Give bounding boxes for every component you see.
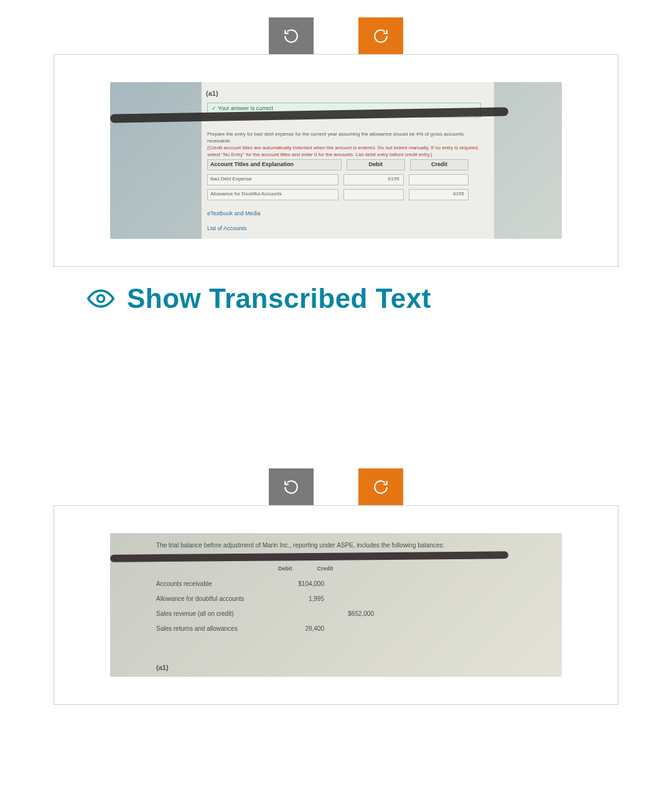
rotate-right-icon (373, 28, 389, 44)
th-credit: Credit (410, 159, 469, 170)
table-row: Allowance for doubtful accounts1,995 (156, 595, 374, 602)
image-frame-2: The trial balance before adjustment of M… (54, 505, 618, 705)
cell-account: Allowance for Doubtful Accounts (207, 189, 338, 200)
cell-credit (324, 580, 374, 587)
rotate-left-button[interactable] (269, 17, 314, 54)
image-toolbar-2 (0, 468, 672, 505)
instr-text: Prepare the entry for bad debt expense f… (207, 131, 464, 144)
cell-debit: 28,400 (281, 625, 324, 632)
rotate-right-icon (373, 479, 389, 495)
cell-debit: $104,000 (281, 580, 324, 587)
uploaded-image-2[interactable]: The trial balance before adjustment of M… (110, 533, 562, 677)
instr-red: (Credit account titles are automatically… (207, 145, 479, 157)
table-row: Sales revenue (all on credit)$652,000 (156, 610, 374, 617)
uploaded-image-1[interactable]: (a1) ✓ Your answer is correct Prepare th… (110, 82, 562, 239)
cell-credit: $652,000 (324, 610, 374, 617)
table-header: Account Titles and Explanation Debit Cre… (207, 159, 469, 170)
hdr-debit: Debit (278, 565, 292, 572)
highlighter-mark (110, 551, 508, 562)
hdr-credit: Credit (317, 565, 334, 572)
etextbook-link: eTextbook and Media (207, 210, 261, 216)
table-row: Bad Debt Expense 6155 (207, 174, 469, 185)
th-account: Account Titles and Explanation (207, 159, 342, 170)
cell-credit (324, 595, 374, 602)
cell-debit (343, 189, 403, 200)
show-transcribed-label: Show Transcribed Text (127, 283, 431, 314)
eye-icon (87, 285, 114, 312)
table-row: Accounts receivable$104,000 (156, 580, 374, 587)
image-frame-1: (a1) ✓ Your answer is correct Prepare th… (54, 54, 618, 267)
rotate-left-icon (283, 479, 299, 495)
table-row: Allowance for Doubtful Accounts 6155 (207, 189, 469, 200)
cell-debit: 1,995 (281, 595, 324, 602)
svg-point-0 (98, 295, 105, 302)
th-debit: Debit (347, 159, 405, 170)
cell-label: Accounts receivable (156, 580, 281, 587)
image-toolbar-1 (0, 17, 672, 54)
cell-credit: 6155 (409, 189, 469, 200)
cell-label: Allowance for doubtful accounts (156, 595, 281, 602)
image2-a1-label: (a1) (156, 664, 169, 671)
cell-label: Sales returns and allowances (156, 625, 281, 632)
rotate-left-button[interactable] (269, 468, 314, 505)
rotate-right-button[interactable] (358, 468, 403, 505)
image1-a1-label: (a1) (206, 90, 218, 97)
list-accounts-link: List of Accounts (207, 225, 246, 231)
cell-label: Sales revenue (all on credit) (156, 610, 281, 617)
image2-header: Debit Credit (278, 565, 334, 572)
show-transcribed-button[interactable]: Show Transcribed Text (0, 267, 672, 451)
table-row: Sales returns and allowances28,400 (156, 625, 374, 632)
cell-credit (409, 174, 469, 185)
cell-credit (324, 625, 374, 632)
rotate-right-button[interactable] (358, 17, 403, 54)
image1-instructions: Prepare the entry for bad debt expense f… (207, 131, 481, 158)
cell-account: Bad Debt Expense (207, 174, 338, 185)
rotate-left-icon (283, 28, 299, 44)
cell-debit (281, 610, 324, 617)
cell-debit: 6155 (343, 174, 403, 185)
image2-intro: The trial balance before adjustment of M… (156, 542, 505, 549)
